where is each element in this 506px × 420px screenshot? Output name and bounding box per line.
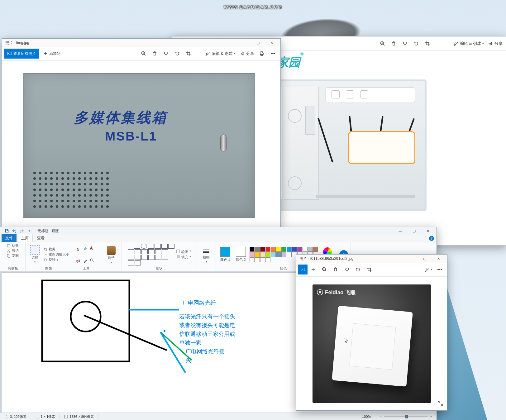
color2-swatch[interactable]: 颜色 2: [234, 246, 248, 263]
close-button[interactable]: ✕: [421, 227, 435, 235]
zoom-slider[interactable]: − +: [375, 415, 437, 418]
share-button[interactable]: 分享: [239, 48, 256, 59]
minimize-button[interactable]: ―: [404, 255, 418, 263]
svg-point-13: [271, 53, 272, 54]
zoom-in-icon[interactable]: [377, 38, 388, 49]
fullscreen-icon[interactable]: [437, 400, 443, 407]
svg-rect-27: [177, 250, 180, 253]
favorite-icon[interactable]: [160, 48, 172, 59]
rotate-icon[interactable]: [172, 48, 183, 59]
add-to-button[interactable]: +添加到: [41, 48, 64, 59]
bandicam-watermark: WWW.BANDICAM.COM: [224, 3, 282, 10]
svg-rect-39: [36, 415, 39, 418]
zoom-in-icon[interactable]: [138, 48, 149, 59]
delete-icon[interactable]: [149, 48, 160, 59]
edit-create-icon[interactable]: ▾: [423, 264, 434, 275]
see-all-photos-button[interactable]: [298, 265, 308, 274]
close-button[interactable]: ✕: [265, 39, 279, 47]
more-icon[interactable]: [434, 264, 445, 275]
fill-tool[interactable]: [83, 246, 88, 251]
eraser-tool[interactable]: [76, 258, 81, 263]
close-button[interactable]: ✕: [432, 255, 445, 263]
rotate-button[interactable]: 旋转▾: [44, 257, 69, 262]
zoom-level: 100%: [358, 415, 375, 418]
edit-create-dropdown[interactable]: 编辑 & 创建▾: [452, 38, 487, 49]
window-title: 照片 - timg.jpg: [5, 40, 237, 45]
group-clipboard-label: 剪贴板: [8, 266, 18, 271]
color1-swatch[interactable]: 颜色 1: [218, 246, 232, 263]
cut-button[interactable]: 剪切: [7, 248, 19, 253]
see-all-photos-button[interactable]: 查看所有照片: [4, 49, 39, 59]
feidiao-logo: Feidiao 飞雕: [317, 289, 356, 296]
maximize-button[interactable]: ▢: [407, 227, 421, 235]
svg-rect-19: [8, 244, 10, 245]
picker-tool[interactable]: [83, 258, 88, 263]
zoom-out-icon[interactable]: −: [380, 415, 381, 418]
shape-fill[interactable]: 填充▾: [176, 255, 191, 260]
status-canvas-size: 1536 × 864像素: [60, 414, 98, 419]
maximize-button[interactable]: ▢: [418, 255, 432, 263]
tab-file[interactable]: 文件: [2, 234, 17, 242]
annotation-1: 广电网络光纤: [182, 298, 216, 307]
minimize-button[interactable]: ―: [237, 39, 251, 47]
copy-button[interactable]: 复制: [7, 253, 19, 258]
shapes-gallery[interactable]: [128, 244, 174, 265]
select-tool[interactable]: 选择▾: [28, 245, 42, 264]
titlebar[interactable]: 照片 - timg.jpg ― ▢ ✕: [2, 39, 280, 47]
svg-rect-11: [261, 52, 263, 53]
qat-dropdown[interactable]: ▼: [26, 227, 33, 234]
group-shapes-label: 形状: [156, 266, 163, 271]
shape-outline[interactable]: 轮廓▾: [176, 250, 191, 254]
crop-icon[interactable]: [183, 48, 194, 59]
favorite-icon[interactable]: [399, 38, 411, 49]
window-photos-feidiao[interactable]: 照片 - t011b88d9b3a291cdf2.jpg ― ▢ ✕ + ▾ F…: [296, 254, 447, 411]
crop-icon[interactable]: [422, 38, 433, 49]
group-image-label: 图像: [45, 266, 52, 271]
svg-point-15: [274, 53, 275, 54]
window-photos-timg[interactable]: 照片 - timg.jpg ― ▢ ✕ 查看所有照片 +添加到 编辑 & 创建▾…: [2, 38, 281, 227]
text-tool[interactable]: A: [90, 246, 93, 251]
share-button[interactable]: 分享: [487, 38, 504, 49]
more-icon[interactable]: [267, 48, 279, 59]
svg-rect-23: [8, 255, 10, 257]
edit-create-dropdown[interactable]: 编辑 & 创建▾: [203, 48, 239, 59]
redo-icon[interactable]: [18, 227, 25, 234]
tab-view[interactable]: 查看: [33, 234, 48, 242]
window-title: 照片 - t011b88d9b3a291cdf2.jpg: [299, 256, 404, 261]
maximize-button[interactable]: ▢: [251, 39, 265, 47]
status-selection-size: 1 × 1像素: [31, 414, 60, 419]
pencil-tool[interactable]: [76, 246, 81, 251]
svg-rect-25: [76, 260, 80, 262]
svg-point-49: [441, 269, 442, 270]
delete-icon[interactable]: [330, 264, 341, 275]
help-icon[interactable]: ?: [429, 236, 434, 241]
save-icon[interactable]: [3, 227, 10, 234]
photos-toolbar: + ▾: [296, 263, 447, 277]
zoom-in-icon[interactable]: [319, 264, 330, 275]
svg-line-44: [325, 270, 326, 271]
add-to-icon[interactable]: +: [308, 264, 319, 275]
print-icon[interactable]: [256, 48, 267, 59]
tab-home[interactable]: 主页: [17, 234, 33, 242]
magnifier-tool[interactable]: [90, 258, 95, 263]
undo-icon[interactable]: [11, 227, 18, 234]
ribbon-collapse-icon[interactable]: ˆ: [425, 236, 427, 241]
titlebar[interactable]: ▼ | 无标题 - 画图 ― ▢ ✕: [0, 227, 437, 235]
size-dropdown[interactable]: 粗细▾: [199, 246, 213, 264]
svg-point-14: [273, 53, 274, 54]
rotate-icon[interactable]: [411, 38, 422, 49]
crop-button[interactable]: 裁剪: [44, 247, 69, 251]
brushes-dropdown[interactable]: 刷子▾: [104, 246, 118, 265]
rotate-icon[interactable]: [352, 264, 364, 275]
zoom-in-icon[interactable]: +: [430, 415, 432, 418]
favorite-icon[interactable]: [341, 264, 352, 275]
status-cursor-pos: 3, 109像素: [0, 414, 31, 419]
paste-button[interactable]: 粘贴: [7, 243, 19, 248]
resize-button[interactable]: 重新调整大小: [44, 252, 69, 257]
svg-line-7: [144, 54, 146, 55]
titlebar[interactable]: 照片 - t011b88d9b3a291cdf2.jpg ― ▢ ✕: [296, 255, 447, 263]
minimize-button[interactable]: ―: [394, 227, 407, 235]
crop-icon[interactable]: [364, 264, 375, 275]
delete-icon[interactable]: [388, 38, 399, 49]
distribution-box-image: 多媒体集线箱 MSB-L1: [23, 73, 255, 218]
